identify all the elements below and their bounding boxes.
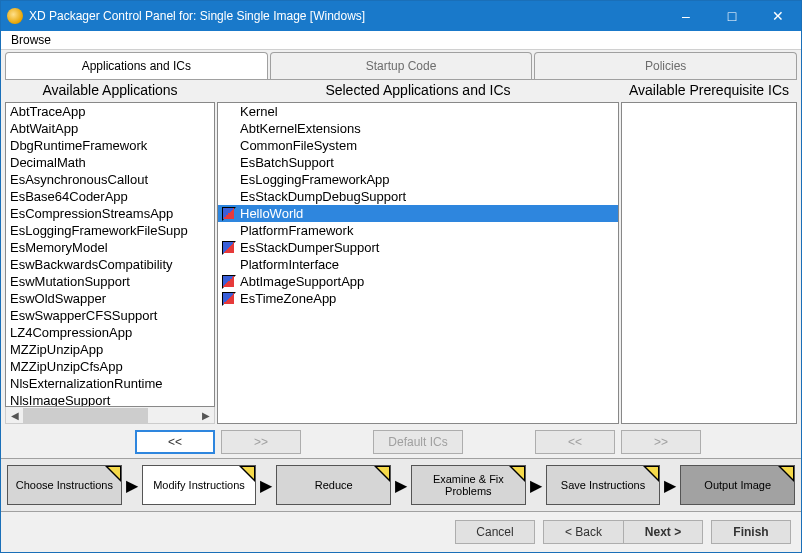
- step-output-image[interactable]: Output Image: [680, 465, 795, 505]
- list-item[interactable]: PlatformFramework: [218, 222, 618, 239]
- close-button[interactable]: ✕: [755, 1, 801, 31]
- step-corner-icon: [239, 466, 255, 482]
- tab-startup-code[interactable]: Startup Code: [270, 52, 533, 79]
- panel-title-prereq: Available Prerequisite ICs: [621, 80, 797, 102]
- list-item[interactable]: LZ4CompressionApp: [6, 324, 214, 341]
- list-item-label: AbtImageSupportApp: [240, 273, 364, 290]
- list-item[interactable]: EsCompressionStreamsApp: [6, 205, 214, 222]
- menubar: Browse: [1, 31, 801, 50]
- panel-prerequisite-ics: Available Prerequisite ICs: [621, 80, 797, 424]
- list-item-label: Kernel: [240, 103, 278, 120]
- move-left-button[interactable]: <<: [135, 430, 215, 454]
- step-corner-icon: [778, 466, 794, 482]
- list-item-label: PlatformFramework: [240, 222, 353, 239]
- window-buttons: – □ ✕: [663, 1, 801, 31]
- hscroll-left[interactable]: ◀ ▶: [5, 407, 215, 424]
- module-icon: [222, 292, 238, 306]
- list-item[interactable]: EsLoggingFrameworkApp: [218, 171, 618, 188]
- list-item[interactable]: EsTimeZoneApp: [218, 290, 618, 307]
- list-item[interactable]: EswSwapperCFSSupport: [6, 307, 214, 324]
- list-item[interactable]: AbtImageSupportApp: [218, 273, 618, 290]
- step-examine-fix[interactable]: Examine & Fix Problems: [411, 465, 526, 505]
- list-item[interactable]: EswOldSwapper: [6, 290, 214, 307]
- list-item[interactable]: MZZipUnzipCfsApp: [6, 358, 214, 375]
- panel-title-available-applications: Available Applications: [5, 80, 215, 102]
- tab-applications-and-ics[interactable]: Applications and ICs: [5, 52, 268, 79]
- module-icon: [222, 275, 238, 289]
- app-icon: [7, 8, 23, 24]
- wizard-steps: Choose Instructions ▶ Modify Instruction…: [1, 458, 801, 512]
- list-item-label: EsStackDumpDebugSupport: [240, 188, 406, 205]
- list-item[interactable]: AbtTraceApp: [6, 103, 214, 120]
- arrow-icon: ▶: [528, 476, 544, 495]
- list-item[interactable]: EswBackwardsCompatibility: [6, 256, 214, 273]
- panel-available-applications: Available Applications AbtTraceAppAbtWai…: [5, 80, 215, 424]
- listbox-prerequisite-ics[interactable]: [621, 102, 797, 424]
- list-item[interactable]: Kernel: [218, 103, 618, 120]
- prereq-left-button[interactable]: <<: [535, 430, 615, 454]
- step-corner-icon: [374, 466, 390, 482]
- list-item[interactable]: EsLoggingFrameworkFileSupp: [6, 222, 214, 239]
- listbox-selected-applications[interactable]: KernelAbtKernelExtensionsCommonFileSyste…: [217, 102, 619, 424]
- step-modify-instructions[interactable]: Modify Instructions: [142, 465, 257, 505]
- step-reduce[interactable]: Reduce: [276, 465, 391, 505]
- list-item-label: PlatformInterface: [240, 256, 339, 273]
- scroll-right-icon[interactable]: ▶: [197, 410, 214, 421]
- tab-policies[interactable]: Policies: [534, 52, 797, 79]
- arrow-icon: ▶: [662, 476, 678, 495]
- step-corner-icon: [509, 466, 525, 482]
- panel-title-selected: Selected Applications and ICs: [217, 80, 619, 102]
- cancel-button[interactable]: Cancel: [455, 520, 535, 544]
- list-item[interactable]: EsBatchSupport: [218, 154, 618, 171]
- move-button-row: << >> Default ICs << >>: [1, 426, 801, 458]
- list-item[interactable]: DbgRuntimeFramework: [6, 137, 214, 154]
- listbox-available-applications[interactable]: AbtTraceAppAbtWaitAppDbgRuntimeFramework…: [5, 102, 215, 407]
- module-icon: [222, 241, 238, 255]
- list-item[interactable]: EsStackDumpDebugSupport: [218, 188, 618, 205]
- list-item[interactable]: AbtWaitApp: [6, 120, 214, 137]
- maximize-button[interactable]: □: [709, 1, 755, 31]
- scroll-left-icon[interactable]: ◀: [6, 410, 23, 421]
- list-item[interactable]: PlatformInterface: [218, 256, 618, 273]
- default-ics-button[interactable]: Default ICs: [373, 430, 463, 454]
- step-choose-instructions[interactable]: Choose Instructions: [7, 465, 122, 505]
- arrow-icon: ▶: [258, 476, 274, 495]
- list-item[interactable]: CommonFileSystem: [218, 137, 618, 154]
- menu-browse[interactable]: Browse: [7, 31, 55, 49]
- list-item-label: EsBatchSupport: [240, 154, 334, 171]
- list-item-label: AbtKernelExtensions: [240, 120, 361, 137]
- move-right-button[interactable]: >>: [221, 430, 301, 454]
- back-button[interactable]: < Back: [543, 520, 623, 544]
- list-item[interactable]: NlsExternalizationRuntime: [6, 375, 214, 392]
- list-item[interactable]: MZZipUnzipApp: [6, 341, 214, 358]
- footer: Cancel < Back Next > Finish: [1, 512, 801, 552]
- window-title: XD Packager Control Panel for: Single Si…: [29, 9, 663, 23]
- arrow-icon: ▶: [393, 476, 409, 495]
- list-item[interactable]: HelloWorld: [218, 205, 618, 222]
- titlebar: XD Packager Control Panel for: Single Si…: [1, 1, 801, 31]
- scroll-thumb[interactable]: [23, 408, 148, 423]
- list-item[interactable]: NlsImageSupport: [6, 392, 214, 407]
- list-item[interactable]: EsBase64CoderApp: [6, 188, 214, 205]
- list-item-label: HelloWorld: [240, 205, 303, 222]
- window: XD Packager Control Panel for: Single Si…: [0, 0, 802, 553]
- step-corner-icon: [105, 466, 121, 482]
- list-item[interactable]: EswMutationSupport: [6, 273, 214, 290]
- panels: Available Applications AbtTraceAppAbtWai…: [1, 80, 801, 426]
- finish-button[interactable]: Finish: [711, 520, 791, 544]
- list-item-label: EsStackDumperSupport: [240, 239, 379, 256]
- arrow-icon: ▶: [124, 476, 140, 495]
- panel-selected-applications: Selected Applications and ICs KernelAbtK…: [217, 80, 619, 424]
- prereq-right-button[interactable]: >>: [621, 430, 701, 454]
- tabs: Applications and ICs Startup Code Polici…: [5, 52, 797, 80]
- list-item[interactable]: EsMemoryModel: [6, 239, 214, 256]
- nav-pair: < Back Next >: [543, 520, 703, 544]
- step-corner-icon: [643, 466, 659, 482]
- minimize-button[interactable]: –: [663, 1, 709, 31]
- next-button[interactable]: Next >: [623, 520, 703, 544]
- list-item[interactable]: EsStackDumperSupport: [218, 239, 618, 256]
- list-item[interactable]: EsAsynchronousCallout: [6, 171, 214, 188]
- step-save-instructions[interactable]: Save Instructions: [546, 465, 661, 505]
- list-item[interactable]: AbtKernelExtensions: [218, 120, 618, 137]
- list-item[interactable]: DecimalMath: [6, 154, 214, 171]
